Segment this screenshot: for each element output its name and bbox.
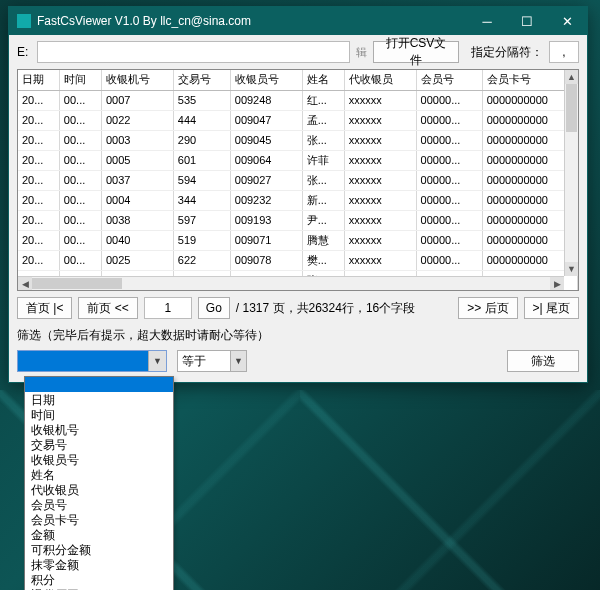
table-cell: 344 (173, 190, 230, 210)
minimize-button[interactable]: ─ (467, 7, 507, 35)
dropdown-option[interactable]: 可积分金额 (25, 542, 173, 557)
column-header[interactable]: 会员号 (416, 70, 482, 90)
maximize-button[interactable]: ☐ (507, 7, 547, 35)
horizontal-scrollbar[interactable]: ◀ ▶ (18, 276, 564, 290)
table-cell: 20... (18, 230, 59, 250)
table-cell: 00... (59, 90, 101, 110)
table-cell: 0000000000 (482, 290, 577, 291)
top-toolbar: E: 辑 打开CSV文件 指定分隔符： (9, 35, 587, 69)
table-cell: 孟... (302, 110, 344, 130)
table-cell: 00... (59, 110, 101, 130)
table-cell: 0037 (101, 170, 173, 190)
dropdown-option[interactable] (25, 377, 173, 392)
close-button[interactable]: ✕ (547, 7, 587, 35)
chevron-down-icon[interactable]: ▼ (148, 351, 166, 371)
table-cell: 00... (59, 190, 101, 210)
filter-button[interactable]: 筛选 (507, 350, 579, 372)
column-header[interactable]: 代收银员 (344, 70, 416, 90)
file-path-input[interactable] (37, 41, 350, 63)
table-cell: 20... (18, 110, 59, 130)
dropdown-option[interactable]: 姓名 (25, 467, 173, 482)
table-cell: 20... (18, 190, 59, 210)
table-cell: 009027 (230, 170, 302, 190)
table-cell: 009047 (230, 110, 302, 130)
dropdown-option[interactable]: 收银员号 (25, 452, 173, 467)
dropdown-option[interactable]: 会员号 (25, 497, 173, 512)
page-info-label: / 1317 页，共26324行，16个字段 (236, 300, 452, 317)
hscroll-thumb[interactable] (32, 278, 122, 289)
scroll-right-arrow[interactable]: ▶ (550, 277, 564, 291)
column-header[interactable]: 姓名 (302, 70, 344, 90)
table-cell: xxxxxx (344, 90, 416, 110)
column-header[interactable]: 收银员号 (230, 70, 302, 90)
column-header[interactable]: 时间 (59, 70, 101, 90)
go-button[interactable]: Go (198, 297, 230, 319)
table-cell: 00000... (416, 210, 482, 230)
scroll-down-arrow[interactable]: ▼ (565, 262, 578, 276)
table-cell: 樊... (302, 250, 344, 270)
table-cell: 腾慧 (302, 230, 344, 250)
table-row[interactable]: 20...00...0007535009248红...xxxxxx00000..… (18, 90, 578, 110)
chevron-down-icon[interactable]: ▼ (230, 351, 246, 371)
dropdown-option[interactable]: 代收银员 (25, 482, 173, 497)
table-cell: 20... (18, 250, 59, 270)
table-cell: 00000... (416, 170, 482, 190)
table-row[interactable]: 20...00...0025622009078樊...xxxxxx00000..… (18, 250, 578, 270)
next-page-button[interactable]: >> 后页 (458, 297, 517, 319)
table-row[interactable]: 20...00...0009566009028尹...xxxxxx00000..… (18, 290, 578, 291)
open-csv-button[interactable]: 打开CSV文件 (373, 41, 459, 63)
table-cell: 0025 (101, 250, 173, 270)
scroll-up-arrow[interactable]: ▲ (565, 70, 578, 84)
dropdown-option[interactable]: 交易号 (25, 437, 173, 452)
table-cell: 0009 (101, 290, 173, 291)
filter-field-combo[interactable]: ▼ (17, 350, 167, 372)
vertical-scrollbar[interactable]: ▲ ▼ (564, 70, 578, 276)
table-cell: 566 (173, 290, 230, 291)
table-cell: 009232 (230, 190, 302, 210)
table-row[interactable]: 20...00...0005601009064许菲xxxxxx00000...0… (18, 150, 578, 170)
dropdown-option[interactable]: 会员卡号 (25, 512, 173, 527)
first-page-button[interactable]: 首页 |< (17, 297, 72, 319)
table-cell: 00... (59, 170, 101, 190)
dropdown-option[interactable]: 金额 (25, 527, 173, 542)
table-row[interactable]: 20...00...0022444009047孟...xxxxxx00000..… (18, 110, 578, 130)
table-row[interactable]: 20...00...0038597009193尹...xxxxxx00000..… (18, 210, 578, 230)
table-row[interactable]: 20...00...0004344009232新...xxxxxx00000..… (18, 190, 578, 210)
table-cell: 009071 (230, 230, 302, 250)
filter-field-dropdown[interactable]: 日期时间收银机号交易号收银员号姓名代收银员会员号会员卡号金额可积分金额抹零金额积… (24, 376, 174, 590)
browse-hint: 辑 (356, 45, 367, 60)
filter-operator-combo[interactable]: 等于 ▼ (177, 350, 247, 372)
delimiter-input[interactable] (549, 41, 579, 63)
table-cell: xxxxxx (344, 250, 416, 270)
dropdown-option[interactable]: 时间 (25, 407, 173, 422)
table-cell: 00000... (416, 230, 482, 250)
app-icon (17, 14, 31, 28)
table-row[interactable]: 20...00...0003290009045张...xxxxxx00000..… (18, 130, 578, 150)
scroll-left-arrow[interactable]: ◀ (18, 277, 32, 291)
table-cell: 597 (173, 210, 230, 230)
vscroll-thumb[interactable] (566, 84, 577, 132)
column-header[interactable]: 收银机号 (101, 70, 173, 90)
app-window: FastCsViewer V1.0 By llc_cn@sina.com ─ ☐… (8, 6, 588, 383)
titlebar[interactable]: FastCsViewer V1.0 By llc_cn@sina.com ─ ☐… (9, 7, 587, 35)
table-cell: 622 (173, 250, 230, 270)
dropdown-option[interactable]: 抹零金额 (25, 557, 173, 572)
table-cell: 尹... (302, 290, 344, 291)
last-page-button[interactable]: >| 尾页 (524, 297, 579, 319)
table-cell: xxxxxx (344, 150, 416, 170)
table-row[interactable]: 20...00...0037594009027张...xxxxxx00000..… (18, 170, 578, 190)
table-cell: 601 (173, 150, 230, 170)
table-cell: 张... (302, 170, 344, 190)
table-cell: 00000... (416, 90, 482, 110)
dropdown-option[interactable]: 收银机号 (25, 422, 173, 437)
table-row[interactable]: 20...00...0040519009071腾慧xxxxxx00000...0… (18, 230, 578, 250)
data-table-container: 日期时间收银机号交易号收银员号姓名代收银员会员号会员卡号 20...00...0… (17, 69, 579, 291)
column-header[interactable]: 交易号 (173, 70, 230, 90)
column-header[interactable]: 日期 (18, 70, 59, 90)
table-cell: 20... (18, 130, 59, 150)
table-cell: xxxxxx (344, 230, 416, 250)
dropdown-option[interactable]: 日期 (25, 392, 173, 407)
page-number-input[interactable] (144, 297, 192, 319)
dropdown-option[interactable]: 积分 (25, 572, 173, 587)
prev-page-button[interactable]: 前页 << (78, 297, 137, 319)
